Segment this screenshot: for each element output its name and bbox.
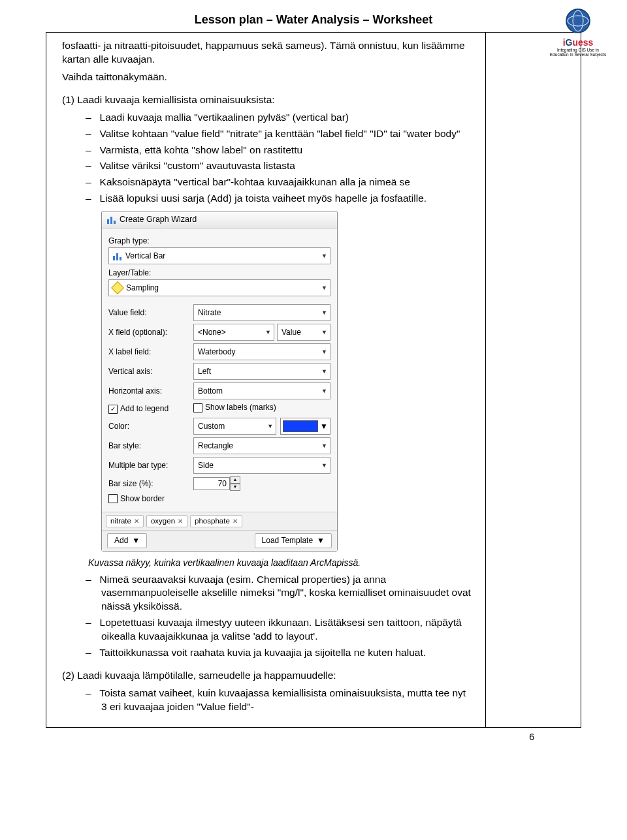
- label: Vertical axis:: [108, 366, 193, 377]
- label: Color:: [108, 421, 193, 431]
- load-template-button[interactable]: Load Template▼: [255, 533, 332, 548]
- vertical-axis-select[interactable]: Left▼: [193, 363, 330, 380]
- bar-size-spinner[interactable]: ▲▼: [193, 476, 330, 491]
- list-item: Varmista, että kohta "show label" on ras…: [62, 144, 474, 157]
- label: Bar size (%):: [108, 478, 193, 489]
- x-label-field-select[interactable]: Waterbody▼: [193, 343, 330, 360]
- label: X field (optional):: [108, 327, 193, 337]
- series-tab[interactable]: phosphate✕: [190, 515, 242, 528]
- show-labels-checkbox[interactable]: Show labels (marks): [193, 402, 276, 412]
- close-icon[interactable]: ✕: [178, 517, 183, 526]
- list-item: Valitse kohtaan "value field" "nitrate" …: [62, 127, 474, 141]
- label: X label field:: [108, 347, 193, 357]
- horizontal-axis-select[interactable]: Bottom▼: [193, 382, 330, 399]
- series-tab[interactable]: nitrate✕: [106, 515, 144, 528]
- list-item: Laadi kuvaaja mallia "vertikaalinen pylv…: [62, 111, 474, 125]
- instruction-list: Toista samat vaiheet, kuin kuvaajassa ke…: [62, 687, 474, 714]
- x-field-type-select[interactable]: Value▼: [277, 324, 330, 341]
- list-item: Nimeä seuraavaksi kuvaaja (esim. Chemica…: [62, 573, 474, 614]
- list-item: Lopetettuasi kuvaaja ilmestyy uuteen ikk…: [62, 616, 474, 644]
- label: Horizontal axis:: [108, 386, 193, 396]
- chart-icon: [107, 215, 116, 224]
- paragraph: (1) Laadi kuvaaja kemiallisista ominaisu…: [62, 93, 474, 107]
- instruction-list: Nimeä seuraavaksi kuvaaja (esim. Chemica…: [62, 573, 474, 661]
- layer-icon: [111, 282, 124, 295]
- color-select[interactable]: Custom▼: [193, 418, 276, 435]
- add-to-legend-checkbox[interactable]: ✓Add to legend: [108, 403, 169, 414]
- color-swatch[interactable]: ▼: [280, 418, 330, 435]
- figure-caption: Kuvassa näkyy, kuinka vertikaalinen kuva…: [88, 557, 474, 569]
- close-icon[interactable]: ✕: [134, 517, 139, 526]
- series-tabs: nitrate✕ oxygen✕ phosphate✕: [102, 512, 337, 531]
- label: Graph type:: [108, 236, 330, 246]
- label: Multiple bar type:: [108, 460, 193, 471]
- layer-select[interactable]: Sampling ▼: [108, 279, 330, 296]
- create-graph-wizard: Create Graph Wizard Graph type: Vertical…: [101, 211, 338, 551]
- list-item: Lisää lopuksi uusi sarja (Add) ja toista…: [62, 192, 474, 206]
- graph-type-select[interactable]: Vertical Bar ▼: [108, 247, 330, 264]
- vertical-bar-icon: [113, 252, 121, 260]
- paragraph: fosfaatti- ja nitraatti-pitoisuudet, hap…: [62, 39, 474, 67]
- wizard-titlebar: Create Graph Wizard: [102, 211, 337, 228]
- instruction-list: Laadi kuvaaja mallia "vertikaalinen pylv…: [62, 111, 474, 206]
- logo: iGuess Integrating GIS Use in Education …: [549, 8, 607, 57]
- doc-title: Lesson plan – Water Analysis – Worksheet: [46, 13, 581, 27]
- multi-bar-select[interactable]: Side▼: [193, 457, 330, 474]
- label: Bar style:: [108, 441, 193, 451]
- page-number: 6: [46, 732, 534, 742]
- close-icon[interactable]: ✕: [233, 517, 238, 526]
- content-table: fosfaatti- ja nitraatti-pitoisuudet, hap…: [46, 32, 581, 728]
- series-tab[interactable]: oxygen✕: [146, 515, 187, 528]
- paragraph: (2) Laadi kuvaaja lämpötilalle, sameudel…: [62, 669, 474, 683]
- x-field-select[interactable]: <None>▼: [193, 324, 274, 341]
- list-item: Kaksoisnäpäytä "vertical bar"-kohtaa kuv…: [62, 176, 474, 189]
- show-border-checkbox[interactable]: Show border: [108, 493, 165, 504]
- value-field-select[interactable]: Nitrate▼: [193, 304, 330, 321]
- bar-style-select[interactable]: Rectangle▼: [193, 437, 330, 454]
- label: Value field:: [108, 307, 193, 318]
- list-item: Valitse väriksi "custom" avautuvasta lis…: [62, 159, 474, 173]
- list-item: Toista samat vaiheet, kuin kuvaajassa ke…: [62, 687, 474, 714]
- list-item: Taittoikkunassa voit raahata kuvia ja ku…: [62, 646, 474, 660]
- paragraph: Vaihda taittonäkymään.: [62, 70, 474, 84]
- add-button[interactable]: Add▼: [107, 533, 147, 548]
- wizard-title: Create Graph Wizard: [120, 214, 197, 225]
- chevron-down-icon: ▼: [321, 252, 327, 260]
- chevron-down-icon: ▼: [321, 284, 327, 292]
- label: Layer/Table:: [108, 268, 330, 278]
